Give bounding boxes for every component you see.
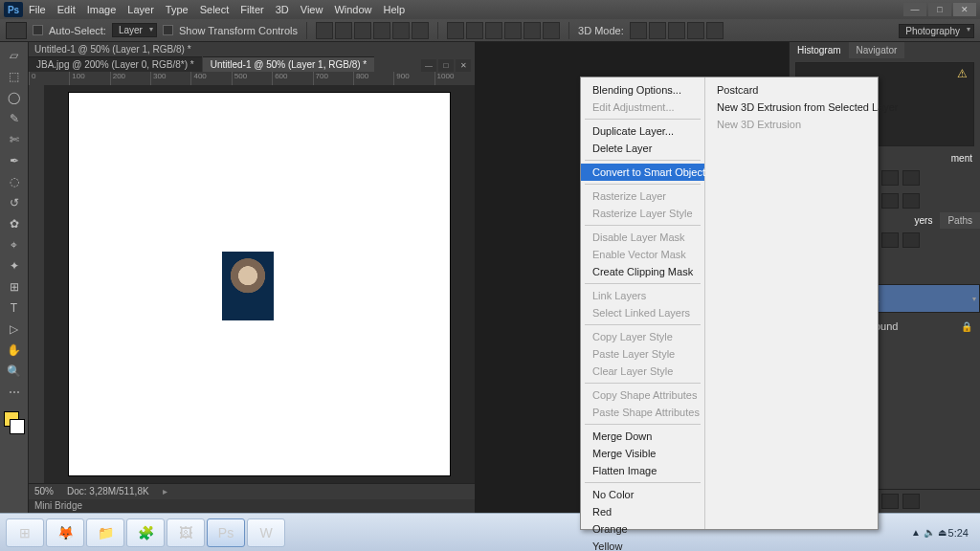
tool-button[interactable]: T [4,298,25,318]
align-icon[interactable] [373,22,390,39]
menu-item[interactable]: Red [581,503,704,520]
menu-item[interactable]: Duplicate Layer... [581,122,704,140]
menu-help[interactable]: Help [384,4,406,15]
document-area: Untitled-1 @ 50% (Layer 1, RGB/8) * JBA.… [29,42,475,513]
tool-button[interactable]: ⬚ [4,67,25,86]
menu-3d[interactable]: 3D [276,4,289,15]
taskbar-app[interactable]: 🧩 [126,518,165,547]
tab-layers[interactable]: yers [907,212,941,229]
menu-item[interactable]: Flatten Image [581,462,704,479]
menu-item[interactable]: Yellow [581,538,704,551]
align-icon[interactable] [412,22,429,39]
tab-histogram[interactable]: Histogram [790,42,849,58]
tab-navigator[interactable]: Navigator [849,42,905,58]
artboard[interactable] [69,93,450,475]
menu-item[interactable]: Delete Layer [581,140,704,157]
taskbar-app[interactable]: Ps [207,518,245,547]
3d-icon[interactable] [668,22,685,39]
menu-window[interactable]: Window [334,4,371,15]
titlebar: Ps FileEditImageLayerTypeSelectFilter3DV… [0,0,980,19]
menu-item[interactable]: Blending Options... [581,81,704,99]
menu-item[interactable]: Merge Down [581,428,704,445]
dist-icon[interactable] [447,22,464,39]
doc-tab-active[interactable]: Untitled-1 @ 50% (Layer 1, RGB/8) * [203,56,375,72]
warning-icon[interactable]: ⚠ [957,67,968,80]
tab-paths[interactable]: Paths [940,212,980,229]
menu-item[interactable]: No Color [581,486,704,503]
tool-button[interactable]: ⋯ [4,383,25,402]
autoselect-mode-select[interactable]: Layer [112,23,157,37]
menu-item: Enable Vector Mask [581,246,704,263]
menu-item[interactable]: Create Clipping Mask [581,263,704,280]
autoselect-checkbox[interactable] [33,25,43,35]
menu-select[interactable]: Select [200,4,230,15]
tool-button[interactable]: ⊞ [4,277,25,297]
align-icon[interactable] [354,22,371,39]
menu-edit[interactable]: Edit [57,4,76,15]
tool-button[interactable]: ✄ [4,130,25,149]
status-bar: 50% Doc: 3,28M/511,8K ▸ [29,483,475,498]
tool-button[interactable]: ↺ [4,193,25,212]
doc-tab[interactable]: JBA.jpg @ 200% (Layer 0, RGB/8*) * [29,56,202,72]
tool-button[interactable]: ▷ [4,320,25,339]
menu-layer[interactable]: Layer [127,4,154,15]
menu-file[interactable]: File [29,4,46,15]
menu-item[interactable]: Postcard [705,81,910,99]
dist-icon[interactable] [523,22,541,39]
system-tray[interactable]: ▲ 🔈 ⏏ [911,527,946,538]
dist-icon[interactable] [466,22,483,39]
close-button[interactable]: ✕ [953,3,976,16]
doc-close-icon[interactable]: ✕ [456,59,471,72]
taskbar-app[interactable]: 🖼 [167,518,205,547]
menu-filter[interactable]: Filter [240,4,263,15]
menu-item[interactable]: Merge Visible [581,445,704,462]
tool-button[interactable]: ✎ [4,109,25,128]
taskbar-app[interactable]: W [247,518,285,547]
menu-image[interactable]: Image [87,4,117,15]
dist-icon[interactable] [543,22,560,39]
taskbar-app[interactable]: 📁 [86,518,124,547]
show-transform-checkbox[interactable] [163,25,173,35]
tool-button[interactable]: ◌ [4,172,25,191]
3d-icon[interactable] [706,22,724,39]
3d-icon[interactable] [687,22,704,39]
3d-icon[interactable] [649,22,666,39]
tool-button[interactable]: ▱ [4,46,25,65]
tool-button[interactable]: ✦ [4,256,25,276]
minimize-button[interactable]: — [903,3,926,16]
doc-max-icon[interactable]: □ [438,59,454,72]
tab-adjustments[interactable]: ment [944,150,980,166]
align-icon[interactable] [392,22,410,39]
tool-button[interactable]: ⌖ [4,235,25,254]
clock[interactable]: 5:24 [948,527,974,539]
tool-button[interactable]: 🔍 [4,362,25,381]
taskbar-app[interactable]: 🦊 [46,518,84,547]
mini-bridge-tab[interactable]: Mini Bridge [29,499,475,514]
tool-button[interactable]: ✒ [4,151,25,170]
workspace-select[interactable]: Photography [899,24,974,38]
menu-item[interactable]: Orange [581,520,704,538]
dist-icon[interactable] [504,22,522,39]
zoom-readout[interactable]: 50% [34,486,54,496]
align-icon[interactable] [316,22,333,39]
maximize-button[interactable]: □ [928,3,951,16]
menu-item: New 3D Extrusion [705,116,910,133]
canvas[interactable] [44,85,475,483]
menu-item: Link Layers [581,287,704,304]
menu-view[interactable]: View [301,4,323,15]
dist-icon[interactable] [485,22,502,39]
doc-min-icon[interactable]: — [421,59,436,72]
align-icon[interactable] [335,22,352,39]
menu-type[interactable]: Type [166,4,189,15]
tool-button[interactable]: ✿ [4,214,25,233]
start-button[interactable]: ⊞ [6,518,44,547]
3d-icon[interactable] [630,22,647,39]
lock-icon[interactable]: 🔒 [961,321,972,332]
menu-item[interactable]: New 3D Extrusion from Selected Layer [705,99,910,116]
background-swatch[interactable] [10,419,25,434]
tool-button[interactable]: ◯ [4,88,25,107]
placed-image[interactable] [222,252,274,320]
tool-button[interactable]: ✋ [4,341,25,360]
menu-item[interactable]: Convert to Smart Object [581,164,704,181]
move-tool-icon[interactable] [6,22,27,39]
